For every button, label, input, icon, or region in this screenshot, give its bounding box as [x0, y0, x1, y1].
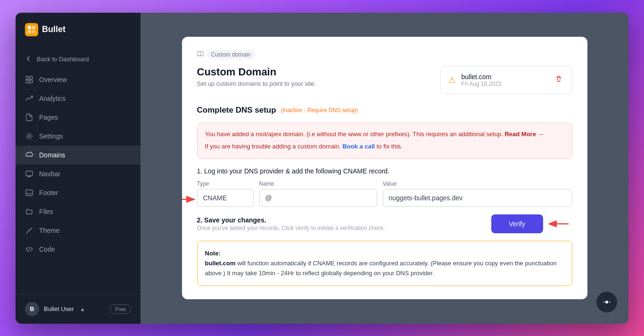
breadcrumb: Custom domain	[197, 50, 572, 59]
svg-rect-0	[28, 26, 31, 29]
pen-tool-icon	[25, 226, 33, 235]
sidebar-item-label: Footer	[39, 189, 58, 197]
note-body: will function automatically if CNAME rec…	[205, 260, 557, 277]
svg-point-21	[603, 301, 605, 303]
alert-line1: You have added a root/apex domain. (i.e …	[205, 130, 564, 139]
sidebar-item-theme[interactable]: Theme	[16, 221, 140, 240]
verify-button[interactable]: Verify	[491, 214, 543, 233]
sidebar-item-label: Navbar	[39, 170, 60, 178]
book-call-link[interactable]: Book a call	[342, 143, 375, 150]
note-label: Note:	[205, 250, 221, 257]
file-icon	[25, 113, 33, 122]
page-title: Custom Domain	[197, 66, 316, 78]
user-caret-icon: ▲	[80, 306, 85, 312]
svg-rect-4	[26, 76, 29, 79]
sidebar-logo: Bullet	[16, 13, 140, 45]
svg-rect-9	[26, 171, 33, 176]
domain-date: Fri Aug 18 2023	[462, 81, 547, 87]
verify-arrow	[549, 218, 572, 229]
domain-card: ⚠ bullet.com Fri Aug 18 2023	[440, 66, 572, 94]
sidebar-item-label: Theme	[39, 227, 60, 234]
main-content: Custom domain Custom Domain Set up custo…	[140, 13, 628, 324]
chat-button[interactable]	[596, 292, 617, 312]
sidebar-item-analytics[interactable]: Analytics	[16, 89, 140, 108]
svg-rect-12	[26, 190, 33, 196]
sidebar-item-files[interactable]: Files	[16, 202, 140, 221]
step2-label: 2. Save your changes.	[197, 216, 385, 224]
cloud-icon	[25, 151, 33, 159]
sidebar-item-label: Overview	[39, 76, 66, 83]
sidebar-item-label: Pages	[39, 114, 58, 121]
read-more-link[interactable]: Read More →	[504, 131, 544, 138]
dns-section-title: Complete DNS setup (Inactive - Require D…	[197, 106, 572, 115]
svg-rect-1	[32, 26, 35, 29]
settings-icon	[25, 132, 33, 140]
back-label: Back to Dashboard	[37, 56, 89, 63]
alert-line2: If you are having trouble adding a custo…	[205, 142, 564, 152]
monitor-icon	[25, 170, 33, 178]
value-input[interactable]	[383, 189, 572, 207]
svg-rect-3	[32, 30, 35, 33]
name-input[interactable]	[259, 189, 377, 207]
dns-title-text: Complete DNS setup	[197, 106, 276, 115]
type-field-group: Type	[197, 180, 254, 207]
step2-sublabel: Once you've added your records, Click Ve…	[197, 225, 385, 231]
sidebar-item-navbar[interactable]: Navbar	[16, 164, 140, 183]
sidebar-item-footer[interactable]: Footer	[16, 183, 140, 202]
value-field-group: Value	[383, 180, 572, 207]
grid-icon	[25, 75, 33, 84]
domain-delete-button[interactable]	[553, 74, 564, 87]
user-name: Bullet User	[44, 305, 74, 312]
avatar: B	[25, 302, 39, 316]
save-section: 2. Save your changes. Once you've added …	[197, 214, 572, 233]
sidebar-item-pages[interactable]: Pages	[16, 108, 140, 127]
cname-arrow	[182, 194, 197, 207]
breadcrumb-text: Custom domain	[206, 50, 256, 59]
name-label: Name	[259, 180, 377, 187]
sidebar-item-label: Analytics	[39, 95, 66, 102]
warning-icon: ⚠	[448, 75, 456, 85]
form-container: Type Name Value	[197, 180, 572, 207]
sidebar-item-overview[interactable]: Overview	[16, 70, 140, 89]
nav-back-button[interactable]: Back to Dashboard	[16, 49, 140, 70]
note-domain: bullet.com	[205, 260, 236, 267]
sidebar-footer: B Bullet User ▲ Free	[16, 294, 140, 324]
modal-header: Custom Domain Set up custom domains to p…	[197, 66, 572, 94]
svg-rect-2	[28, 30, 31, 33]
sidebar-item-code[interactable]: Code	[16, 240, 140, 259]
svg-rect-6	[26, 80, 29, 83]
save-info: 2. Save your changes. Once you've added …	[197, 216, 385, 231]
back-arrow-icon	[25, 55, 32, 64]
type-label: Type	[197, 180, 254, 187]
step1-label: 1. Log into your DNS provider & add the …	[197, 167, 572, 175]
book-open-icon	[197, 50, 204, 58]
app-container: Bullet Back to Dashboard	[16, 13, 628, 324]
note-text: Note: bullet.com will function automatic…	[205, 249, 564, 278]
logo-icon	[25, 23, 38, 36]
sidebar-item-label: Code	[39, 246, 55, 253]
user-info[interactable]: B Bullet User ▲	[25, 302, 85, 316]
plan-badge: Free	[110, 304, 131, 314]
dns-status-badge: (Inactive - Require DNS setup)	[281, 107, 358, 114]
sidebar-nav: Back to Dashboard Overview	[16, 45, 140, 294]
type-input[interactable]	[197, 189, 254, 207]
svg-rect-7	[30, 80, 33, 83]
logo-text: Bullet	[42, 25, 66, 34]
sidebar-item-label: Settings	[39, 132, 63, 140]
verify-container: Verify	[491, 214, 572, 233]
sidebar-item-settings[interactable]: Settings	[16, 127, 140, 146]
svg-point-20	[605, 301, 608, 303]
dns-form-row: Type Name Value	[197, 180, 572, 207]
value-label: Value	[383, 180, 572, 187]
domain-info: bullet.com Fri Aug 18 2023	[462, 73, 547, 87]
svg-point-8	[28, 135, 31, 137]
sidebar-item-domains[interactable]: Domains	[16, 146, 140, 164]
svg-rect-5	[30, 76, 33, 79]
trending-up-icon	[25, 94, 33, 103]
domain-name: bullet.com	[462, 73, 547, 81]
sidebar-item-label: Files	[39, 208, 53, 215]
svg-point-22	[609, 301, 611, 303]
name-field-group: Name	[259, 180, 377, 207]
note-box: Note: bullet.com will function automatic…	[197, 241, 572, 286]
modal-title-section: Custom Domain Set up custom domains to p…	[197, 66, 316, 87]
